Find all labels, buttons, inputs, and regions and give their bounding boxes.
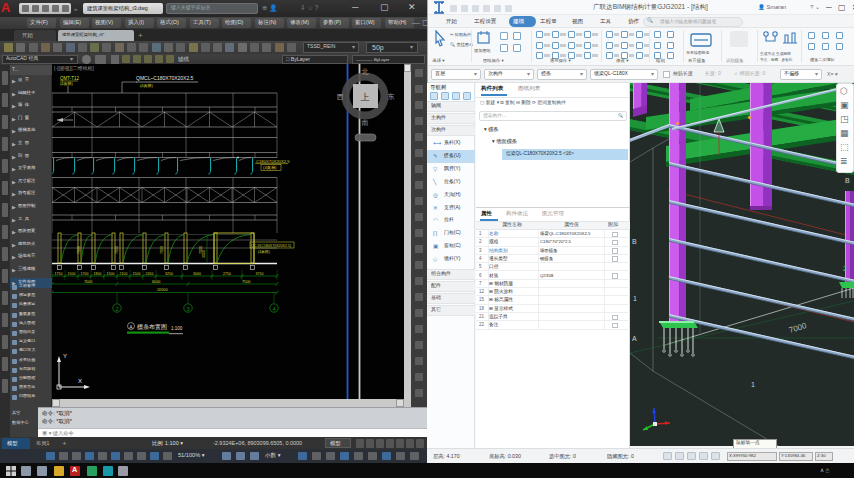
- svg-text:A: A: [129, 324, 133, 330]
- svg-text:7000: 7000: [77, 246, 81, 254]
- svg-text:1500: 1500: [133, 272, 141, 276]
- svg-text:(4奥梯): (4奥梯): [258, 250, 270, 254]
- svg-text:北: 北: [362, 68, 369, 76]
- svg-text:3: 3: [797, 83, 801, 84]
- svg-text:QC-X(C180X70X20X2.5): QC-X(C180X70X20X2.5): [251, 244, 291, 248]
- svg-text:(4奥梯): (4奥梯): [140, 83, 154, 88]
- svg-text:3: 3: [186, 306, 189, 312]
- svg-text:3250: 3250: [165, 272, 173, 276]
- svg-text:1800: 1800: [94, 272, 102, 276]
- svg-text:2750: 2750: [223, 272, 231, 276]
- svg-text:东: 东: [388, 93, 395, 100]
- svg-text:南: 南: [362, 119, 369, 126]
- svg-text:C180X70X20X2.5: C180X70X20X2.5: [256, 159, 290, 164]
- svg-text:B: B: [845, 177, 850, 184]
- svg-text:1700: 1700: [81, 272, 89, 276]
- svg-text:4: 4: [272, 306, 275, 312]
- svg-text:3750: 3750: [256, 272, 264, 276]
- svg-text:3000: 3000: [202, 250, 206, 258]
- svg-text:[-][俯视][二维线框]: [-][俯视][二维线框]: [54, 65, 95, 72]
- svg-text:6000: 6000: [152, 280, 160, 284]
- svg-text:1: 1: [633, 295, 637, 302]
- svg-text:QMCL~C180X70X20X2.5: QMCL~C180X70X20X2.5: [136, 75, 194, 81]
- svg-text:1500: 1500: [68, 272, 76, 276]
- svg-text:2: 2: [843, 265, 847, 272]
- svg-text:(4奥梯): (4奥梯): [60, 81, 74, 86]
- svg-text:7000: 7000: [84, 280, 92, 284]
- svg-text:B: B: [632, 238, 637, 245]
- svg-text:2100: 2100: [120, 272, 128, 276]
- svg-text:1500: 1500: [107, 272, 115, 276]
- svg-text:A: A: [632, 335, 637, 342]
- svg-text:X: X: [78, 378, 82, 384]
- svg-text:1750: 1750: [55, 272, 63, 276]
- svg-text:7000: 7000: [160, 246, 164, 254]
- svg-text:3000: 3000: [193, 272, 201, 276]
- svg-text:2: 2: [115, 306, 118, 312]
- svg-text:20500: 20500: [157, 288, 168, 292]
- svg-text:Y: Y: [63, 353, 67, 359]
- svg-text:7500: 7500: [242, 280, 250, 284]
- svg-text:西: 西: [337, 93, 344, 101]
- svg-text:1:100: 1:100: [171, 326, 183, 331]
- svg-text:7000: 7000: [788, 321, 808, 335]
- svg-text:7000: 7000: [115, 246, 119, 254]
- svg-text:2450: 2450: [146, 272, 154, 276]
- svg-text:(4奥梯): (4奥梯): [263, 165, 277, 170]
- svg-text:1: 1: [751, 381, 755, 388]
- svg-text:檩条布置图: 檩条布置图: [137, 323, 167, 331]
- svg-text:上: 上: [361, 92, 370, 102]
